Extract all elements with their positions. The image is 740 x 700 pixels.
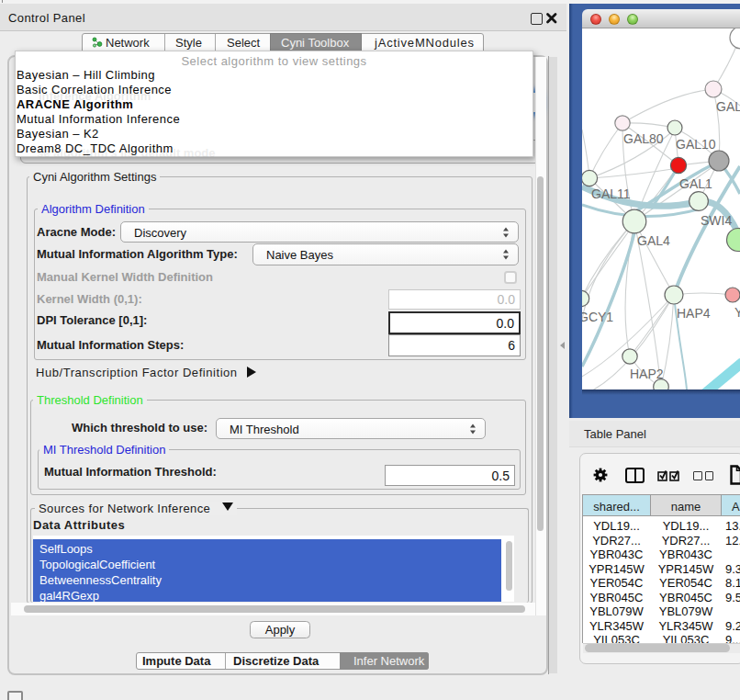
svg-text:GAL7: GAL7 [716, 99, 740, 114]
svg-text:GAL11: GAL11 [591, 186, 631, 201]
svg-text:HAP2: HAP2 [630, 367, 664, 381]
svg-text:SWI4: SWI4 [701, 213, 732, 228]
svg-text:GAL10: GAL10 [676, 137, 716, 152]
svg-text:GAL4: GAL4 [637, 233, 670, 248]
svg-text:GCY1: GCY1 [582, 310, 613, 324]
svg-text:GAL80: GAL80 [623, 131, 664, 146]
svg-text:GAL1: GAL1 [679, 176, 712, 191]
svg-text:YM: YM [734, 305, 740, 320]
svg-text:HAP4: HAP4 [677, 306, 711, 321]
